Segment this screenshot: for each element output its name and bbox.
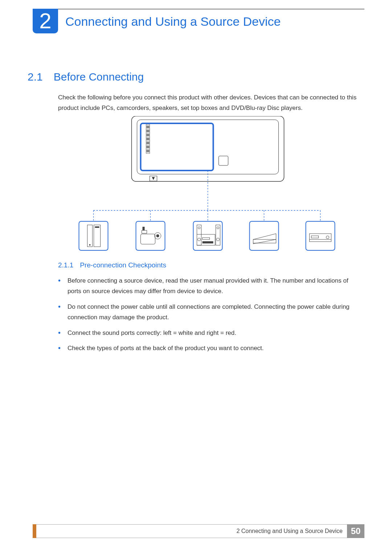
connection-diagram (58, 116, 358, 254)
list-item: • Do not connect the power cable until a… (58, 302, 358, 323)
svg-rect-10 (147, 149, 150, 152)
footer-page-number: 50 (347, 524, 364, 538)
svg-rect-20 (79, 221, 108, 250)
svg-rect-8 (147, 141, 150, 144)
bullet-text: Do not connect the power cable until all… (68, 302, 358, 323)
top-rule (33, 9, 364, 9)
svg-rect-4 (147, 126, 150, 128)
footer-label: 2 Connecting and Using a Source Device (36, 524, 347, 538)
svg-rect-32 (197, 234, 215, 245)
svg-rect-1 (137, 120, 279, 174)
bullet-text: Connect the sound ports correctly: left … (68, 328, 236, 338)
bullet-icon: • (58, 302, 62, 323)
section-heading: 2.1 Before Connecting (28, 71, 144, 83)
device-pc-icon (79, 221, 108, 250)
svg-rect-31 (193, 221, 222, 250)
list-item: • Check the types of ports at the back o… (58, 343, 358, 354)
subsection-number: 2.1.1 (58, 261, 73, 269)
svg-rect-33 (197, 225, 201, 245)
bullet-text: Check the types of ports at the back of … (68, 343, 264, 354)
connection-lines-icon (94, 171, 320, 221)
svg-rect-30 (143, 227, 145, 230)
svg-rect-29 (142, 230, 147, 233)
bullet-icon: • (58, 343, 62, 354)
svg-rect-26 (141, 234, 155, 244)
section-paragraph: Check the following before you connect t… (58, 93, 358, 114)
device-dvdplayer-icon (306, 221, 335, 250)
svg-rect-6 (147, 134, 150, 136)
bullet-icon: • (58, 276, 62, 297)
chapter-title: Connecting and Using a Source Device (65, 15, 281, 29)
svg-rect-45 (311, 236, 319, 238)
svg-rect-5 (147, 130, 150, 132)
section-title: Before Connecting (54, 71, 144, 83)
svg-rect-11 (219, 156, 228, 165)
svg-rect-7 (147, 138, 150, 140)
subsection-heading: 2.1.1 Pre-connection Checkpoints (58, 261, 166, 269)
device-settopbox-icon (250, 221, 279, 250)
device-camcorder-icon (136, 221, 165, 250)
svg-rect-36 (216, 225, 220, 245)
footer-accent (33, 524, 36, 538)
list-item: • Connect the sound ports correctly: lef… (58, 328, 358, 338)
svg-point-35 (198, 238, 201, 241)
section-number: 2.1 (28, 71, 43, 83)
chapter-number: 2 (39, 10, 51, 32)
svg-rect-39 (203, 241, 213, 243)
svg-rect-44 (310, 234, 331, 242)
svg-point-38 (217, 238, 220, 241)
chapter-number-box: 2 (33, 9, 58, 33)
bullet-list: • Before connecting a source device, rea… (58, 276, 358, 359)
svg-rect-22 (94, 225, 101, 247)
svg-rect-43 (306, 221, 335, 250)
svg-rect-2 (141, 123, 213, 171)
svg-rect-9 (147, 145, 150, 148)
svg-point-34 (198, 227, 200, 229)
list-item: • Before connecting a source device, rea… (58, 276, 358, 297)
footer-bar: 2 Connecting and Using a Source Device 5… (33, 524, 364, 538)
svg-point-37 (217, 227, 219, 229)
svg-rect-23 (95, 226, 99, 228)
bullet-icon: • (58, 328, 62, 338)
bullet-text: Before connecting a source device, read … (68, 276, 358, 297)
svg-rect-40 (203, 238, 210, 239)
svg-rect-41 (250, 221, 279, 250)
svg-rect-21 (87, 225, 93, 247)
svg-rect-25 (136, 221, 165, 250)
svg-point-46 (326, 236, 329, 239)
device-speakers-icon (193, 221, 222, 250)
svg-point-28 (156, 234, 159, 237)
subsection-title: Pre-connection Checkpoints (80, 261, 166, 269)
svg-point-24 (89, 244, 91, 246)
